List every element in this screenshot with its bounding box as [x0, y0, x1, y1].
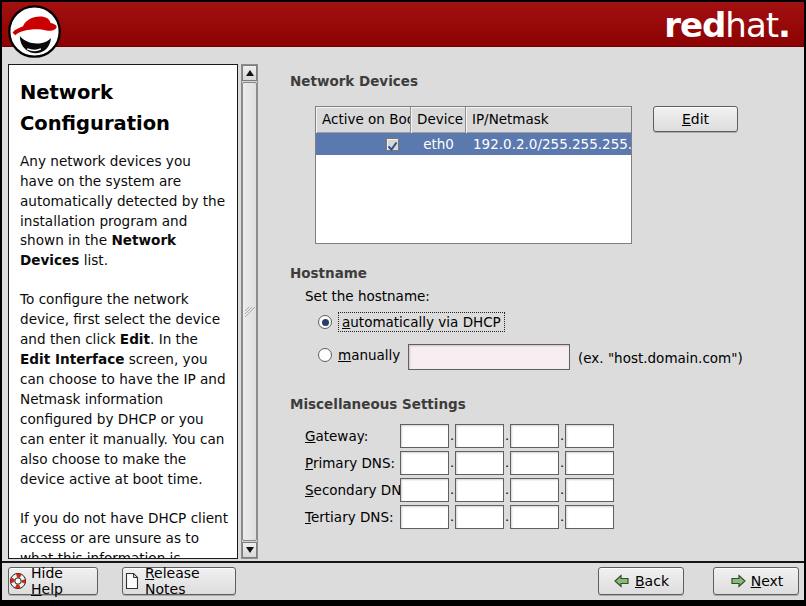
radio-manual-label[interactable]: manually: [338, 347, 400, 363]
tertiary-dns-octet-1[interactable]: [400, 505, 449, 529]
edit-mnemonic: E: [682, 111, 691, 127]
installer-window: redhat. Network Configuration Any networ…: [0, 0, 806, 606]
checkmark-icon: [387, 141, 398, 151]
network-devices-table: Active on Boot Device IP/Netmask eth0 19…: [315, 106, 632, 244]
set-hostname-prompt: Set the hostname:: [305, 288, 430, 304]
tertiary-dns-octet-4[interactable]: [565, 505, 614, 529]
help-panel: Network Configuration Any network device…: [8, 64, 238, 559]
secondary-dns-mnemonic: S: [305, 482, 314, 498]
primary-dns-octet-1[interactable]: [400, 451, 449, 475]
radio-manual[interactable]: manually: [318, 347, 400, 363]
radio-dot: [322, 319, 329, 326]
primary-dns-octet-3[interactable]: [510, 451, 559, 475]
tertiary-dns-row: Tertiary DNS: . . .: [305, 504, 614, 529]
help-paragraph-2: To configure the network device, first s…: [20, 290, 228, 490]
tertiary-dns-octet-3[interactable]: [510, 505, 559, 529]
column-header-device[interactable]: Device: [411, 107, 466, 133]
redhat-shadowman-icon: [7, 4, 62, 59]
auto-label-text: utomatically via DHCP: [350, 314, 500, 330]
primary-dns-mnemonic: P: [305, 455, 313, 471]
secondary-dns-octet-4[interactable]: [565, 478, 614, 502]
redhat-wordmark: redhat.: [664, 5, 790, 45]
secondary-dns-label: Secondary DNS:: [305, 482, 400, 498]
table-row[interactable]: eth0 192.0.2.0/255.255.255.0: [316, 133, 631, 155]
primary-dns-octet-4[interactable]: [565, 451, 614, 475]
gateway-label-text: ateway:: [315, 428, 368, 444]
edit-button[interactable]: Edit: [653, 106, 738, 132]
column-header-ip-netmask[interactable]: IP/Netmask: [466, 107, 631, 133]
secondary-dns-octet-2[interactable]: [455, 478, 504, 502]
radio-selected-icon[interactable]: [318, 315, 332, 329]
footer-separator: [2, 561, 804, 563]
next-button[interactable]: Next: [713, 567, 799, 595]
manual-mnemonic: m: [338, 347, 351, 363]
misc-settings-label: Miscellaneous Settings: [290, 396, 466, 412]
help-p2-bold2: Edit Interface: [20, 351, 124, 367]
secondary-dns-row: Secondary DNS: . . .: [305, 477, 614, 502]
radio-automatic-dhcp[interactable]: automatically via DHCP: [318, 312, 505, 332]
help-p2-tail: screen, you can choose to have the IP an…: [20, 351, 226, 487]
lifesaver-help-icon: [9, 572, 27, 590]
primary-dns-octet-2[interactable]: [455, 451, 504, 475]
help-title: Network Configuration: [20, 78, 228, 140]
tertiary-dns-label-text: ertiary DNS:: [311, 509, 394, 525]
document-icon: [123, 572, 141, 590]
primary-dns-label-text: rimary DNS:: [313, 455, 395, 471]
release-notes-button[interactable]: Release Notes: [122, 567, 236, 595]
hide-help-pre: Hide: [31, 565, 63, 581]
scroll-down-button[interactable]: [242, 542, 257, 558]
tertiary-dns-label: Tertiary DNS:: [305, 509, 400, 525]
brand-rest: hat: [725, 5, 778, 45]
next-mnemonic: N: [751, 573, 761, 589]
back-arrow-icon: [613, 572, 631, 590]
network-devices-label: Network Devices: [290, 73, 418, 89]
hostname-label: Hostname: [290, 265, 367, 281]
release-notes-mnemonic: R: [145, 565, 154, 581]
hide-help-mnemonic: H: [31, 581, 42, 597]
active-on-boot-checkbox[interactable]: [386, 138, 399, 151]
scrollbar-grip-icon: [244, 306, 256, 318]
help-p2-bold1: Edit: [120, 331, 150, 347]
manual-label-text: anually: [351, 347, 400, 363]
gateway-octet-3[interactable]: [510, 424, 559, 448]
help-p2-mid: . In the: [150, 331, 198, 347]
gateway-mnemonic: G: [305, 428, 315, 444]
scroll-up-button[interactable]: [242, 65, 257, 81]
radio-automatic-label[interactable]: automatically via DHCP: [338, 312, 505, 332]
arrow-down-icon: [246, 547, 254, 553]
gateway-row: Gateway: . . .: [305, 423, 614, 448]
gateway-octet-4[interactable]: [565, 424, 614, 448]
secondary-dns-octet-1[interactable]: [400, 478, 449, 502]
hide-help-post: elp: [42, 581, 63, 597]
arrow-up-icon: [246, 70, 254, 76]
hostname-input[interactable]: [408, 344, 570, 370]
primary-dns-label: Primary DNS:: [305, 455, 400, 471]
gateway-label: Gateway:: [305, 428, 400, 444]
brand-dot: .: [778, 5, 790, 45]
radio-unselected-icon[interactable]: [318, 348, 332, 362]
back-post: ack: [645, 573, 669, 589]
table-header: Active on Boot Device IP/Netmask: [316, 107, 631, 133]
scrollbar-thumb[interactable]: [242, 82, 257, 541]
ip-netmask-cell: 192.0.2.0/255.255.255.0: [466, 136, 631, 152]
help-scrollbar[interactable]: [241, 64, 258, 559]
secondary-dns-octet-3[interactable]: [510, 478, 559, 502]
gateway-octet-2[interactable]: [455, 424, 504, 448]
help-paragraph-1: Any network devices you have on the syst…: [20, 152, 228, 272]
hostname-hint: (ex. "host.domain.com"): [578, 350, 743, 366]
back-button[interactable]: Back: [598, 567, 684, 595]
release-notes-post: elease Notes: [145, 565, 200, 597]
next-post: ext: [761, 573, 783, 589]
brand-bold: red: [664, 5, 725, 45]
back-mnemonic: B: [635, 573, 645, 589]
primary-dns-row: Primary DNS: . . .: [305, 450, 614, 475]
device-cell: eth0: [411, 136, 466, 152]
edit-label: dit: [691, 111, 709, 127]
column-header-active-on-boot[interactable]: Active on Boot: [316, 107, 411, 133]
help-paragraph-3: If you do not have DHCP client access or…: [20, 509, 228, 559]
hide-help-button[interactable]: Hide Help: [8, 567, 98, 595]
tertiary-dns-octet-2[interactable]: [455, 505, 504, 529]
help-p1-tail: list.: [79, 252, 108, 268]
active-on-boot-cell: [316, 138, 411, 151]
gateway-octet-1[interactable]: [400, 424, 449, 448]
